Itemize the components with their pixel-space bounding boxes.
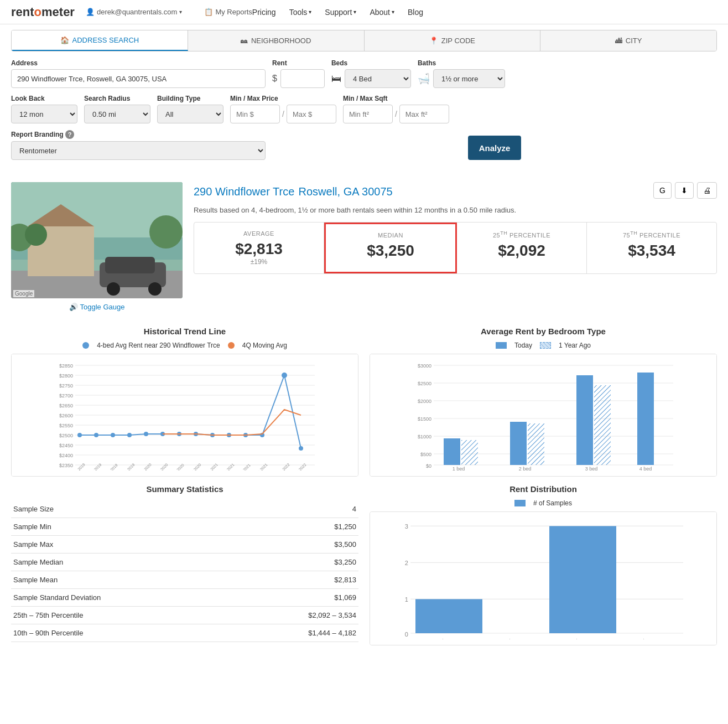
property-image-container: Google 🔊 Toggle Gauge [11, 182, 183, 311]
svg-point-48 [299, 446, 303, 451]
charts-row: Historical Trend Line 4-bed Avg Rent nea… [0, 319, 728, 484]
radius-label: Search Radius [84, 95, 150, 102]
svg-point-9 [148, 282, 162, 296]
svg-rect-7 [105, 257, 155, 273]
rent-group: Rent $ [272, 59, 325, 88]
building-select[interactable]: All House Apartment [157, 105, 223, 123]
download-button[interactable]: ⬇ [675, 182, 694, 199]
my-reports-link[interactable]: 📋 My Reports [204, 8, 252, 16]
stats-grid: AVERAGE $2,813 ±19% MEDIAN $3,250 25TH P… [194, 222, 717, 274]
nav-support[interactable]: Support ▾ [325, 8, 356, 17]
radius-select[interactable]: 0.50 mi 0.25 mi 1.00 mi [84, 105, 150, 123]
bedroom-bar-chart: $3000 $2500 $2000 $1500 $1000 $500 $0 [370, 354, 716, 476]
trend-line-legend-dot [82, 342, 89, 349]
svg-text:Apr 2019: Apr 2019 [89, 463, 103, 470]
zipcode-tab-icon: 📍 [429, 37, 438, 45]
svg-text:$2001: $2001 [508, 638, 524, 640]
historical-chart-area: $2850 $2800 $2750 $2700 $2650 $2600 $255… [11, 354, 358, 477]
median-value: $3,250 [334, 242, 448, 260]
baths-group: Baths 🛁 1½ or more Any 1 2 [418, 59, 505, 88]
stats-table-row: Sample Standard Deviation$1,069 [11, 589, 358, 607]
svg-text:1: 1 [405, 596, 408, 603]
svg-rect-77 [444, 438, 460, 465]
tab-neighborhood[interactable]: 🏘 NEIGHBORHOOD [188, 30, 365, 51]
nav-links: Pricing Tools ▾ Support ▾ About ▾ Blog [252, 8, 423, 17]
stats-table-row: Sample Median$3,250 [11, 554, 358, 571]
rent-input[interactable] [280, 69, 325, 88]
min-sqft-input[interactable] [343, 105, 393, 123]
baths-icon: 🛁 [418, 73, 430, 85]
stats-table-row: 10th – 90th Percentile$1,444 – 4,182 [11, 624, 358, 642]
stat-75th: 75TH PERCENTILE $3,534 [587, 223, 716, 273]
svg-text:4 bed: 4 bed [639, 466, 652, 470]
my-reports-label: My Reports [215, 8, 252, 16]
svg-text:2: 2 [405, 560, 408, 566]
nav-tools[interactable]: Tools ▾ [289, 8, 312, 17]
property-info: 290 Windflower Trce Roswell, GA 30075 G … [194, 182, 717, 311]
stat-average: AVERAGE $2,813 ±19% [194, 223, 324, 273]
property-title: 290 Windflower Trce Roswell, GA 30075 [194, 182, 393, 199]
svg-text:Jul 2019: Jul 2019 [105, 463, 118, 470]
tab-address-search[interactable]: 🏠 ADDRESS SEARCH [12, 30, 188, 51]
navbar: rentometer 👤 derek@quantrentals.com ▾ 📋 … [0, 0, 728, 24]
nav-about[interactable]: About ▾ [370, 8, 394, 17]
stat-row-value: $1,444 – 4,182 [232, 624, 358, 642]
price-label: Min / Max Price [230, 95, 336, 102]
about-dropdown-icon: ▾ [392, 9, 394, 15]
branding-label: Report Branding ? [11, 130, 266, 139]
branding-select[interactable]: Rentometer [11, 141, 266, 160]
nav-blog[interactable]: Blog [408, 8, 423, 17]
tab-city[interactable]: 🏙 CITY [540, 30, 716, 51]
dist-svg: 3 2 1 0 $1250 $200 [376, 518, 711, 639]
min-price-input[interactable] [230, 105, 280, 123]
price-group: Min / Max Price / [230, 95, 336, 123]
sqft-label: Min / Max Sqft [343, 95, 449, 102]
rent-input-group: $ [272, 69, 325, 88]
svg-text:$2550: $2550 [59, 423, 73, 428]
svg-rect-80 [510, 422, 527, 465]
moving-avg-legend-label: 4Q Moving Avg [242, 342, 287, 349]
address-group: Address [11, 59, 266, 88]
sqft-input-group: / [343, 105, 449, 123]
svg-text:Jul 2020: Jul 2020 [171, 463, 185, 470]
logo[interactable]: rentometer [11, 5, 75, 19]
analyze-button[interactable]: Analyze [468, 136, 522, 160]
street-view-image [11, 182, 183, 298]
analyze-container: Analyze [272, 136, 717, 160]
gauge-icon: 🔊 [69, 303, 78, 311]
svg-text:1 bed: 1 bed [453, 466, 465, 470]
svg-text:$2850: $2850 [59, 363, 73, 369]
print-button[interactable]: 🖨 [697, 182, 717, 199]
property-address-main: 290 Windflower Trce [194, 185, 294, 198]
today-legend-rect [496, 342, 507, 349]
baths-select[interactable]: 1½ or more Any 1 2 [433, 69, 505, 88]
max-price-input[interactable] [287, 105, 336, 123]
google-label: Google [13, 290, 34, 297]
max-sqft-input[interactable] [399, 105, 449, 123]
average-margin: ±19% [202, 258, 316, 266]
tab-zip-code[interactable]: 📍 ZIP CODE [365, 30, 541, 51]
beds-select[interactable]: 4 Bed 1 Bed 2 Bed 3 Bed 5 Bed [345, 69, 411, 88]
stat-row-label: Sample Max [11, 536, 232, 554]
branding-help-icon[interactable]: ? [65, 130, 74, 139]
nav-pricing[interactable]: Pricing [252, 8, 276, 17]
svg-point-35 [77, 433, 82, 437]
google-button[interactable]: G [653, 182, 672, 199]
dollar-sign: $ [272, 74, 277, 84]
user-icon: 👤 [86, 8, 95, 16]
user-menu[interactable]: 👤 derek@quantrentals.com ▾ [86, 8, 182, 16]
baths-label: Baths [418, 59, 505, 67]
toggle-gauge-label: Toggle Gauge [80, 303, 125, 311]
stat-row-label: Sample Min [11, 518, 232, 536]
radius-group: Search Radius 0.50 mi 0.25 mi 1.00 mi [84, 95, 150, 123]
toggle-gauge-button[interactable]: 🔊 Toggle Gauge [11, 303, 183, 311]
price-divider: / [282, 110, 284, 118]
building-label: Building Type [157, 95, 223, 102]
beds-input-group: 🛏 4 Bed 1 Bed 2 Bed 3 Bed 5 Bed [331, 69, 411, 88]
address-input[interactable] [11, 69, 266, 88]
svg-text:Jan 2022: Jan 2022 [277, 463, 290, 470]
dist-legend-label: # of Samples [533, 499, 572, 507]
lookback-select[interactable]: 12 mon 6 mon 3 mon [11, 105, 77, 123]
summary-stats-table: Sample Size4Sample Min$1,250Sample Max$3… [11, 500, 358, 642]
user-dropdown-icon: ▾ [179, 9, 182, 15]
